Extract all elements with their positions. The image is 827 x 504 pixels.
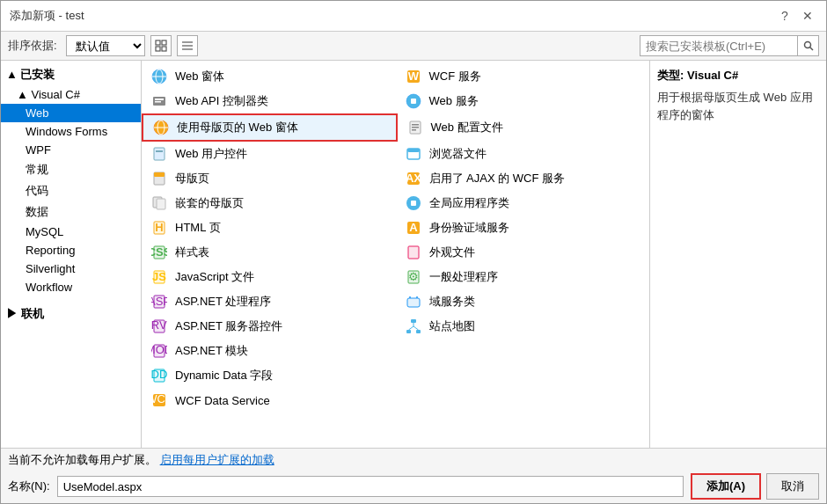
- generichandler-label: 一般处理程序: [429, 269, 498, 285]
- authservice-label: 身份验证域服务: [429, 220, 509, 236]
- left-panel: ▲ 已安装 ▲ Visual C# Web Windows Forms WPF …: [1, 61, 142, 448]
- template-webapi[interactable]: Web API 控制器类: [142, 89, 396, 113]
- tree-item-workflow[interactable]: Workflow: [1, 278, 141, 296]
- svg-text:A: A: [409, 221, 418, 234]
- template-skinfile[interactable]: 外观文件: [396, 240, 650, 265]
- svg-rect-31: [154, 172, 165, 177]
- title-bar: 添加新项 - test ? ✕: [1, 1, 826, 32]
- tree-item-normal[interactable]: 常规: [1, 159, 141, 180]
- template-masterpage[interactable]: 母版页: [142, 166, 396, 191]
- svg-rect-37: [411, 201, 416, 206]
- aspnethandler-icon: ASP: [150, 293, 168, 310]
- template-sitemap[interactable]: 站点地图: [396, 314, 650, 339]
- sort-select[interactable]: 默认值: [66, 35, 145, 56]
- template-authservice[interactable]: A 身份验证域服务: [396, 215, 650, 240]
- svg-text:H: H: [155, 221, 163, 234]
- add-button[interactable]: 添加(A): [691, 473, 761, 500]
- htmlpage-label: HTML 页: [175, 220, 221, 236]
- template-htmlpage[interactable]: H HTML 页: [142, 215, 396, 240]
- template-globalapp[interactable]: 全局应用程序类: [396, 191, 650, 215]
- sitemap-icon: [405, 318, 422, 335]
- template-generichandler[interactable]: ⚙ 一般处理程序: [396, 265, 650, 289]
- search-button[interactable]: [798, 35, 819, 56]
- template-stylesheet[interactable]: CSS 样式表: [142, 240, 396, 265]
- enable-link[interactable]: 启用每用户扩展的加载: [160, 453, 274, 466]
- template-webservice[interactable]: Web 服务: [396, 89, 650, 113]
- svg-text:ASP: ASP: [151, 295, 167, 308]
- reporting-label: Reporting: [26, 244, 75, 257]
- aspnetserver-label: ASP.NET 服务器控件: [175, 318, 282, 334]
- tree-item-silverlight[interactable]: Silverlight: [1, 259, 141, 278]
- tree-item-code[interactable]: 代码: [1, 180, 141, 201]
- generichandler-icon: ⚙: [405, 268, 422, 286]
- svg-rect-15: [155, 99, 164, 100]
- webapi-label: Web API 控制器类: [175, 93, 268, 109]
- ajaxwcf-icon: AX: [405, 170, 422, 187]
- template-browserfile[interactable]: 浏览器文件: [396, 142, 650, 166]
- bottom-bar: 当前不允许加载每用户扩展。 启用每用户扩展的加载 名称(N): 添加(A) 取消: [1, 448, 826, 503]
- tree-item-networking[interactable]: ▶ 联机: [1, 303, 141, 325]
- tree-item-windowsforms[interactable]: Windows Forms: [1, 122, 141, 141]
- grid-view-button[interactable]: [150, 35, 172, 56]
- template-aspnethandler[interactable]: ASP ASP.NET 处理程序: [142, 289, 396, 314]
- svg-rect-26: [154, 148, 165, 160]
- template-masterwebform[interactable]: 使用母版页的 Web 窗体: [142, 113, 398, 142]
- tree-item-reporting[interactable]: Reporting: [1, 241, 141, 259]
- template-webusercontrol[interactable]: Web 用户控件: [142, 142, 396, 166]
- dialog: 添加新项 - test ? ✕ 排序依据: 默认值: [0, 0, 827, 504]
- dialog-title: 添加新项 - test: [10, 8, 84, 24]
- silverlight-label: Silverlight: [26, 262, 75, 275]
- cancel-button[interactable]: 取消: [766, 473, 819, 500]
- svg-text:W: W: [407, 69, 419, 83]
- wpf-label: WPF: [26, 143, 51, 157]
- name-row: 名称(N): 添加(A) 取消: [8, 473, 819, 500]
- template-aspnetserver[interactable]: SRVR ASP.NET 服务器控件: [142, 314, 396, 339]
- list-view-button[interactable]: [177, 35, 198, 56]
- aspnetserver-icon: SRVR: [150, 318, 168, 335]
- svg-rect-51: [407, 298, 420, 307]
- template-dynamicdata[interactable]: DD Dynamic Data 字段: [142, 363, 405, 388]
- close-button[interactable]: ✕: [798, 6, 817, 26]
- svg-text:DD: DD: [151, 368, 167, 381]
- svg-text:CSS: CSS: [151, 245, 167, 259]
- template-webform[interactable]: Web 窗体: [142, 64, 396, 89]
- tree-item-data[interactable]: 数据: [1, 201, 141, 223]
- template-ajaxwcf[interactable]: AX 启用了 AJAX 的 WCF 服务: [396, 166, 650, 191]
- tree-item-visualcsharp[interactable]: ▲ Visual C#: [1, 85, 141, 104]
- dynamicdata-icon: DD: [150, 367, 168, 384]
- template-nestedmaster[interactable]: 嵌套的母版页: [142, 191, 396, 215]
- skinfile-label: 外观文件: [429, 245, 475, 260]
- installed-label: ▲ 已安装: [6, 67, 55, 83]
- svg-rect-18: [411, 99, 416, 104]
- networking-label: ▶ 联机: [6, 306, 44, 322]
- template-wcfdataservice[interactable]: WCF WCF Data Service: [142, 388, 405, 413]
- svg-rect-0: [156, 40, 160, 45]
- webform-label: Web 窗体: [175, 69, 224, 84]
- svg-rect-27: [156, 150, 163, 152]
- browserfile-label: 浏览器文件: [429, 146, 487, 162]
- skinfile-icon: [405, 244, 422, 261]
- tree-item-installed[interactable]: ▲ 已安装: [1, 64, 141, 85]
- search-input[interactable]: [640, 35, 798, 56]
- template-webconfigfile[interactable]: Web 配置文件: [398, 113, 650, 142]
- masterwebform-icon: [152, 119, 170, 136]
- authservice-icon: A: [405, 219, 422, 237]
- tree-item-mysql[interactable]: MySQL: [1, 223, 141, 241]
- webconfigfile-icon: [406, 119, 424, 136]
- template-jsfile[interactable]: JS JavaScript 文件: [142, 265, 396, 289]
- svg-rect-3: [162, 47, 166, 51]
- template-wcfservice[interactable]: W WCF 服务: [396, 64, 650, 89]
- svg-text:JS: JS: [152, 270, 166, 283]
- webservice-label: Web 服务: [429, 93, 479, 109]
- aspnethandler-label: ASP.NET 处理程序: [175, 294, 271, 310]
- tree-item-web[interactable]: Web: [1, 104, 141, 122]
- help-button[interactable]: ?: [775, 6, 794, 26]
- template-domainservice[interactable]: 域服务类: [396, 289, 650, 314]
- aspnetmodule-label: ASP.NET 模块: [175, 343, 248, 359]
- name-input[interactable]: [57, 476, 684, 497]
- svg-line-61: [414, 326, 419, 330]
- svg-rect-57: [406, 330, 411, 333]
- tree-item-wpf[interactable]: WPF: [1, 141, 141, 159]
- template-aspnetmodule[interactable]: MOD ASP.NET 模块: [142, 339, 405, 363]
- webapi-icon: [150, 92, 168, 110]
